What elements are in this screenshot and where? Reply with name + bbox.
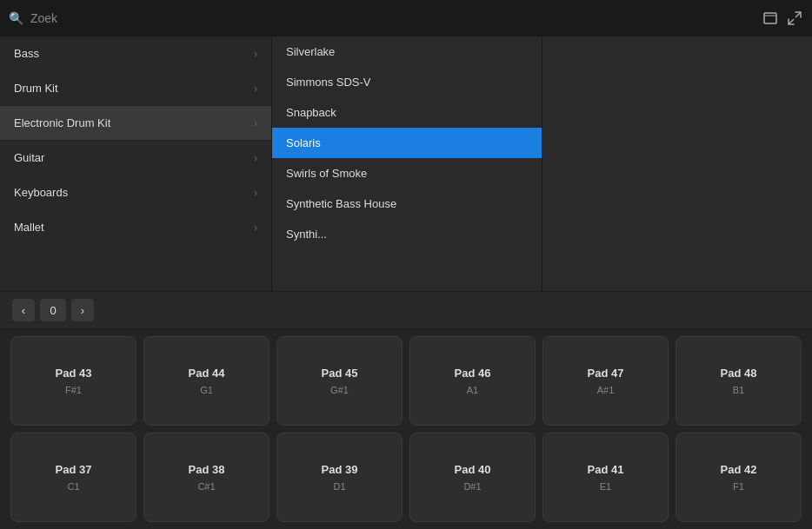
sidebar-item-label: Guitar: [14, 151, 44, 164]
right-panel: [542, 36, 812, 291]
svg-line-3: [789, 19, 794, 24]
sidebar-item-label: Drum Kit: [14, 82, 58, 95]
pad-48-note: B1: [733, 385, 744, 395]
pad-43-name: Pad 43: [56, 367, 92, 380]
svg-rect-0: [764, 13, 776, 23]
next-page-button[interactable]: ›: [71, 299, 94, 321]
pad-42[interactable]: Pad 42 F1: [676, 433, 802, 522]
sidebar-item-bass[interactable]: Bass ›: [0, 36, 271, 71]
sidebar-item-label: Bass: [14, 47, 39, 60]
search-bar: 🔍: [0, 0, 812, 36]
pad-38[interactable]: Pad 38 C#1: [143, 433, 270, 522]
pad-45[interactable]: Pad 45 G#1: [276, 336, 403, 426]
pad-39-name: Pad 39: [322, 463, 358, 476]
pads-section: Pad 43 F#1 Pad 44 G1 Pad 45 G#1 Pad 46 A…: [0, 329, 812, 529]
sidebar-item-label: Keyboards: [14, 186, 68, 199]
sidebar-item-drum-kit[interactable]: Drum Kit ›: [0, 71, 271, 106]
dropdown-item-swirls[interactable]: Swirls of Smoke: [272, 158, 542, 188]
pad-39-note: D1: [333, 481, 345, 492]
pad-40-name: Pad 40: [455, 463, 491, 476]
pad-43[interactable]: Pad 43 F#1: [10, 336, 136, 426]
dropdown-item-synthi[interactable]: Synthi...: [272, 219, 542, 249]
pad-40[interactable]: Pad 40 D#1: [409, 433, 536, 522]
pad-47-name: Pad 47: [588, 367, 624, 380]
pad-46[interactable]: Pad 46 A1: [409, 336, 536, 426]
browser-area: Bass › Drum Kit › Electronic Drum Kit › …: [0, 36, 812, 291]
pad-41-name: Pad 41: [588, 463, 624, 476]
chevron-right-icon: ›: [254, 48, 257, 60]
dropdown-panel: Silverlake Simmons SDS-V Snapback Solari…: [272, 36, 542, 291]
chevron-right-icon: ›: [254, 83, 257, 95]
resize-icon[interactable]: [786, 10, 803, 27]
pagination-bar: ‹ 0 ›: [0, 291, 812, 329]
pad-44-name: Pad 44: [189, 367, 225, 380]
pad-43-note: F#1: [65, 385, 82, 395]
pad-47-note: A#1: [597, 385, 615, 395]
toolbar-icons: [762, 10, 803, 27]
pad-37-name: Pad 37: [56, 463, 92, 476]
pad-38-name: Pad 38: [189, 463, 225, 476]
sidebar-item-guitar[interactable]: Guitar ›: [0, 141, 271, 175]
pad-48[interactable]: Pad 48 B1: [676, 336, 802, 426]
pad-39[interactable]: Pad 39 D1: [276, 433, 403, 522]
sidebar-item-label: Mallet: [14, 221, 44, 234]
pad-44[interactable]: Pad 44 G1: [143, 336, 270, 426]
pads-grid: Pad 43 F#1 Pad 44 G1 Pad 45 G#1 Pad 46 A…: [10, 336, 802, 522]
pad-41-note: E1: [600, 481, 611, 492]
sidebar-item-keyboards[interactable]: Keyboards ›: [0, 175, 271, 210]
pad-46-note: A1: [467, 385, 478, 395]
chevron-right-icon: ›: [254, 152, 257, 164]
pad-38-note: C#1: [197, 481, 215, 492]
search-input[interactable]: [30, 11, 755, 25]
search-icon: 🔍: [9, 11, 23, 25]
dropdown-item-solaris[interactable]: Solaris: [272, 128, 542, 158]
dropdown-item-snapback[interactable]: Snapback: [272, 97, 542, 128]
pad-46-name: Pad 46: [455, 367, 491, 380]
svg-line-2: [795, 12, 801, 17]
dropdown-item-silverlake[interactable]: Silverlake: [272, 36, 542, 67]
pad-37-note: C1: [67, 481, 79, 492]
chevron-right-icon: ›: [254, 117, 257, 129]
pad-47[interactable]: Pad 47 A#1: [542, 336, 669, 426]
pad-37[interactable]: Pad 37 C1: [10, 433, 136, 522]
chevron-right-icon: ›: [254, 222, 257, 234]
pad-45-note: G#1: [330, 385, 349, 395]
page-number: 0: [40, 299, 66, 321]
pad-41[interactable]: Pad 41 E1: [542, 433, 669, 522]
window-icon[interactable]: [762, 10, 779, 27]
sidebar: Bass › Drum Kit › Electronic Drum Kit › …: [0, 36, 272, 291]
sidebar-item-mallet[interactable]: Mallet ›: [0, 210, 271, 245]
pad-48-name: Pad 48: [721, 367, 757, 380]
pad-40-note: D#1: [463, 481, 481, 492]
chevron-right-icon: ›: [254, 187, 257, 199]
sidebar-item-electronic-drum-kit[interactable]: Electronic Drum Kit ›: [0, 106, 271, 141]
dropdown-item-simmons[interactable]: Simmons SDS-V: [272, 67, 542, 97]
sidebar-item-label: Electronic Drum Kit: [14, 116, 110, 129]
dropdown-item-synthetic-bass-house[interactable]: Synthetic Bass House: [272, 188, 542, 219]
prev-page-button[interactable]: ‹: [12, 299, 35, 321]
pad-42-name: Pad 42: [721, 463, 757, 476]
pad-45-name: Pad 45: [322, 367, 358, 380]
pad-44-note: G1: [200, 385, 213, 395]
pad-42-note: F1: [733, 481, 744, 492]
